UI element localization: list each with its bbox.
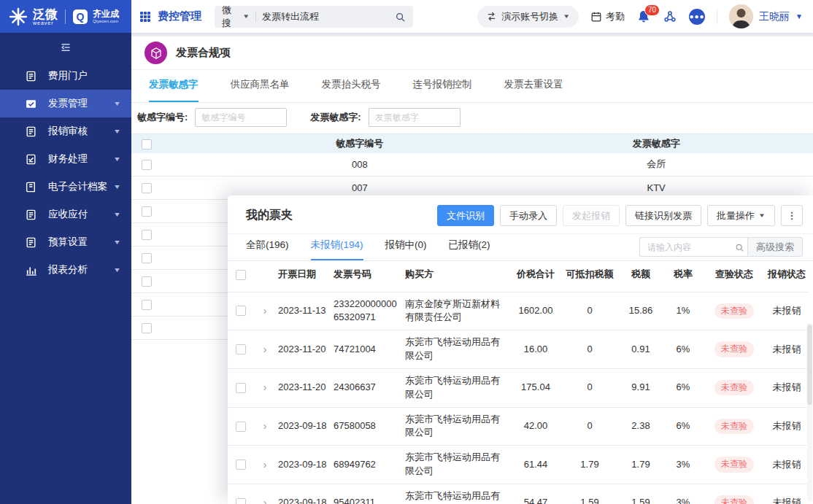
- filter-label: 敏感字编号:: [137, 111, 188, 124]
- expand-row-icon[interactable]: ›: [263, 380, 267, 395]
- expand-row-icon[interactable]: ›: [263, 457, 267, 472]
- row-checkbox[interactable]: [142, 323, 152, 333]
- sidebar-item[interactable]: 发票管理▼: [0, 90, 131, 117]
- row-checkbox[interactable]: [236, 422, 246, 432]
- report-chart-icon: [25, 264, 37, 276]
- column-header: 购买方: [403, 257, 511, 292]
- row-checkbox[interactable]: [142, 300, 152, 310]
- advanced-search-button[interactable]: 高级搜索: [747, 237, 803, 257]
- total-amount-cell: 175.04: [511, 368, 560, 407]
- expand-row-icon[interactable]: ›: [263, 419, 267, 433]
- row-checkbox[interactable]: [142, 183, 152, 193]
- avatar[interactable]: [729, 4, 753, 28]
- more-apps-icon[interactable]: ●●●: [689, 9, 705, 25]
- sidebar-item[interactable]: 财务处理▼: [0, 145, 131, 173]
- sidebar-item[interactable]: 电子会计档案▼: [0, 173, 131, 201]
- sidebar-item[interactable]: 报表分析▼: [0, 256, 131, 284]
- sidebar-item-label: 财务处理: [48, 152, 113, 166]
- reimburse-status-cell: 未报销: [765, 330, 809, 369]
- scrollbar-thumb[interactable]: [807, 325, 812, 405]
- row-checkbox[interactable]: [142, 230, 152, 240]
- row-checkbox[interactable]: [236, 460, 246, 470]
- modal-header: 我的票夹 文件识别手动录入发起报销链接识别发票批量操作▼ ⋮: [228, 195, 813, 234]
- community-network-icon[interactable]: [663, 9, 677, 24]
- row-checkbox[interactable]: [142, 253, 152, 263]
- search-icon[interactable]: [731, 241, 747, 254]
- invoice-row: ›2023-11-1323322000000065320971南京金陵亨斯迈新材…: [228, 292, 809, 330]
- row-checkbox[interactable]: [236, 344, 246, 354]
- top-header-main: 费控管理 微搜 ▼ 演示账号切换 ▼ 考勤 70: [131, 0, 813, 33]
- page-tab[interactable]: 发票抬头税号: [322, 78, 381, 102]
- sensitive-word-cell: 会所: [558, 153, 755, 177]
- verify-status-badge: 未查验: [714, 303, 754, 319]
- chevron-down-icon: ▼: [113, 183, 121, 190]
- user-menu[interactable]: 王晓丽 ▼: [729, 4, 803, 28]
- sidebar-item[interactable]: 费用门户: [0, 62, 131, 90]
- invoice-date-cell: 2023-09-18: [276, 407, 331, 446]
- tax-rate-cell: 3%: [663, 446, 704, 484]
- attendance-label: 考勤: [606, 10, 625, 23]
- row-checkbox[interactable]: [236, 306, 246, 316]
- modal-toolbar: 文件识别手动录入发起报销链接识别发票批量操作▼: [437, 205, 775, 226]
- button-label: 发起报销: [572, 209, 610, 222]
- reimburse-status-cell: 未报销: [765, 484, 809, 504]
- brand-name-en: weaver: [33, 20, 58, 26]
- invoice-date-cell: 2023-09-18: [276, 484, 331, 504]
- sidebar-item[interactable]: 预算设置▼: [0, 228, 131, 256]
- modal-button[interactable]: 批量操作▼: [707, 205, 775, 226]
- expand-row-icon[interactable]: ›: [263, 342, 267, 357]
- row-checkbox[interactable]: [236, 383, 246, 393]
- modal-button[interactable]: 发起报销: [563, 205, 620, 226]
- partner-name-zh: 齐业成: [93, 9, 119, 19]
- logo-divider: [65, 9, 66, 24]
- modal-search: 高级搜索: [639, 237, 803, 257]
- tax-amount-cell: 2.38: [619, 407, 663, 446]
- scrollbar[interactable]: [807, 323, 812, 501]
- tax-rate-cell: 3%: [663, 484, 704, 504]
- search-scope-label[interactable]: 微搜: [222, 4, 238, 30]
- page-tab[interactable]: 发票去重设置: [504, 78, 563, 102]
- page-tab[interactable]: 供应商黑名单: [231, 78, 290, 102]
- sensitive-code-input[interactable]: [195, 108, 287, 127]
- select-all-checkbox[interactable]: [236, 270, 246, 280]
- page-tabs: 发票敏感字供应商黑名单发票抬头税号连号报销控制发票去重设置: [131, 70, 813, 103]
- sidebar-item[interactable]: 应收应付▼: [0, 201, 131, 228]
- app-title[interactable]: 费控管理: [158, 9, 201, 23]
- expand-row-icon[interactable]: ›: [263, 303, 267, 318]
- button-label: 手动录入: [509, 209, 547, 222]
- reimburse-status-cell: 未报销: [765, 292, 809, 330]
- global-search-input[interactable]: [262, 11, 390, 22]
- sidebar-item-label: 费用门户: [48, 69, 121, 82]
- sidebar-item[interactable]: 报销审核▼: [0, 117, 131, 145]
- sidebar-item-label: 应收应付: [48, 208, 113, 221]
- sensitive-word-input[interactable]: [369, 108, 461, 127]
- account-switch-button[interactable]: 演示账号切换 ▼: [477, 6, 579, 28]
- expand-row-icon[interactable]: ›: [263, 495, 267, 504]
- row-checkbox[interactable]: [142, 160, 152, 170]
- more-actions-button[interactable]: ⋮: [781, 205, 803, 226]
- page-tab[interactable]: 发票敏感字: [149, 78, 199, 102]
- modal-button[interactable]: 文件识别: [437, 205, 494, 226]
- modal-button[interactable]: 手动录入: [500, 205, 557, 226]
- switch-account-icon: [486, 11, 497, 22]
- invoice-folder-modal: 我的票夹 文件识别手动录入发起报销链接识别发票批量操作▼ ⋮ 全部(196)未报…: [228, 195, 813, 504]
- attendance-button[interactable]: 考勤: [590, 10, 625, 23]
- select-all-checkbox[interactable]: [142, 139, 152, 150]
- app-grid-icon[interactable]: [140, 12, 150, 22]
- modal-button[interactable]: 链接识别发票: [625, 205, 701, 226]
- page-tab[interactable]: 连号报销控制: [413, 78, 472, 102]
- portal-doc-icon: [25, 70, 37, 82]
- sidebar-collapse-button[interactable]: [0, 33, 131, 62]
- row-checkbox[interactable]: [236, 498, 246, 504]
- row-checkbox[interactable]: [142, 276, 152, 287]
- chevron-down-icon: ▼: [113, 211, 121, 218]
- global-search-bar[interactable]: 微搜 ▼: [215, 6, 413, 28]
- chevron-down-icon[interactable]: ▼: [242, 13, 250, 20]
- qiyecen-logo-icon: Q: [73, 9, 88, 24]
- tax-rate-cell: 6%: [663, 330, 704, 369]
- search-icon[interactable]: [395, 10, 406, 23]
- invoice-number-cell: 68949762: [331, 446, 403, 484]
- row-checkbox[interactable]: [142, 206, 152, 217]
- sensitive-code-cell: 008: [162, 153, 558, 177]
- notification-bell-button[interactable]: 70: [636, 9, 651, 24]
